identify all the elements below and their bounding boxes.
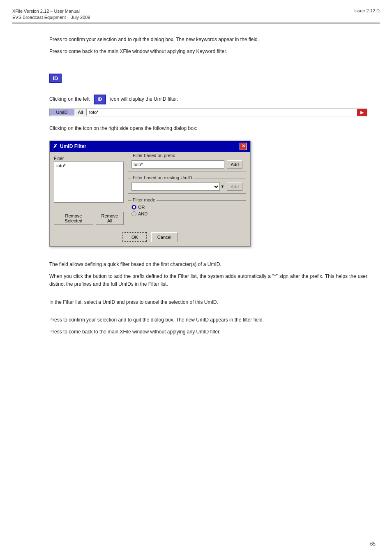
filter-prefix-title: Filter based on prefix bbox=[131, 153, 176, 158]
filter-list-item[interactable]: toto* bbox=[55, 163, 122, 169]
page-number-block: 65 bbox=[359, 540, 376, 547]
filter-prefix-row: Add bbox=[131, 160, 242, 169]
header-issue: Issue 2.12.D bbox=[354, 8, 380, 13]
dialog-right-panel: Filter based on prefix Add Filter based … bbox=[128, 156, 246, 225]
filter-prefix-input[interactable] bbox=[131, 160, 224, 169]
filter-mode-and-radio[interactable] bbox=[131, 211, 136, 216]
filter-bar-value: toto* bbox=[87, 109, 357, 116]
cancel-button[interactable]: Cancel bbox=[151, 232, 178, 242]
remove-all-button[interactable]: Remove All bbox=[96, 212, 124, 225]
filter-mode-or-radio[interactable] bbox=[131, 205, 136, 210]
dialog-title-icon: ✗ bbox=[53, 143, 58, 149]
filter-prefix-add-button[interactable]: Add bbox=[227, 160, 242, 169]
paragraph-9: Press to come back to the main XFile win… bbox=[49, 328, 367, 336]
filter-mode-panel: Filter mode OR AND bbox=[128, 200, 246, 219]
filter-existing-title: Filter based on existing UmID bbox=[131, 175, 193, 180]
filter-existing-add-button[interactable]: Add bbox=[227, 183, 242, 191]
page-number-divider bbox=[359, 540, 376, 540]
paragraph-8: Press to confirm your selection and to q… bbox=[49, 316, 367, 324]
filter-existing-dropdown-icon: ▼ bbox=[221, 184, 225, 189]
dialog-title-text: UmID Filter bbox=[60, 143, 86, 149]
filter-mode-or-label: OR bbox=[138, 205, 145, 210]
dialog-body: Filter toto* Remove Selected Remove All bbox=[50, 152, 250, 229]
dialog-titlebar-left: ✗ UmID Filter bbox=[53, 143, 86, 149]
filter-bar-icon-btn[interactable]: ▶ bbox=[357, 109, 367, 116]
dialog-footer: OK Cancel bbox=[50, 229, 250, 246]
dialog-left-panel: Filter toto* Remove Selected Remove All bbox=[54, 156, 124, 225]
dialog-wrapper: ✗ UmID Filter ✕ Filter toto* bbox=[49, 141, 367, 247]
paragraph-4: Clicking on the icon on the right side o… bbox=[49, 125, 367, 132]
paragraph-5: The field allows defining a quick filter… bbox=[49, 261, 367, 268]
id-icon-block: ID bbox=[49, 74, 367, 83]
filter-prefix-panel: Filter based on prefix Add bbox=[128, 156, 246, 171]
remove-selected-button[interactable]: Remove Selected bbox=[54, 212, 93, 225]
ok-button[interactable]: OK bbox=[122, 232, 147, 242]
filter-bar-all-label: All bbox=[74, 109, 87, 116]
paragraph-6: When you click the button to add the pre… bbox=[49, 273, 367, 288]
paragraph-3: Clicking on the left ID icon will displa… bbox=[49, 95, 367, 104]
filter-existing-panel: Filter based on existing UmID ▼ Add bbox=[128, 178, 246, 194]
page-header: XFile Version 2.12 – User Manual EVS Bro… bbox=[12, 8, 380, 23]
page-number: 65 bbox=[370, 541, 376, 547]
filter-mode-title: Filter mode bbox=[131, 197, 157, 202]
header-title: XFile Version 2.12 – User Manual EVS Bro… bbox=[12, 8, 90, 21]
filter-existing-row: ▼ Add bbox=[131, 183, 242, 191]
paragraph-2: Press to come back to the main XFile win… bbox=[49, 48, 367, 56]
filter-mode-or-row[interactable]: OR bbox=[131, 205, 242, 210]
filter-existing-select[interactable] bbox=[131, 183, 220, 191]
filter-mode-and-row[interactable]: AND bbox=[131, 211, 242, 216]
filter-bar-umid-label: UmID bbox=[50, 109, 74, 116]
paragraph-7: In the Filter list, select a UmID and pr… bbox=[49, 298, 367, 306]
filter-bar: UmID All toto* ▶ bbox=[49, 109, 367, 116]
filter-list-label: Filter bbox=[54, 156, 124, 161]
main-content: Press to confirm your selection and to q… bbox=[49, 36, 367, 336]
radio-dot bbox=[133, 206, 135, 208]
paragraph-1: Press to confirm your selection and to q… bbox=[49, 36, 367, 44]
dialog-titlebar: ✗ UmID Filter ✕ bbox=[50, 141, 250, 152]
filter-list-box[interactable]: toto* bbox=[54, 162, 124, 203]
umid-filter-dialog: ✗ UmID Filter ✕ Filter toto* bbox=[49, 141, 251, 247]
id-icon-inline: ID bbox=[94, 95, 106, 104]
id-icon: ID bbox=[49, 74, 62, 83]
filter-mode-and-label: AND bbox=[138, 211, 148, 216]
filter-action-buttons: Remove Selected Remove All bbox=[54, 212, 124, 225]
dialog-close-button[interactable]: ✕ bbox=[240, 143, 247, 150]
